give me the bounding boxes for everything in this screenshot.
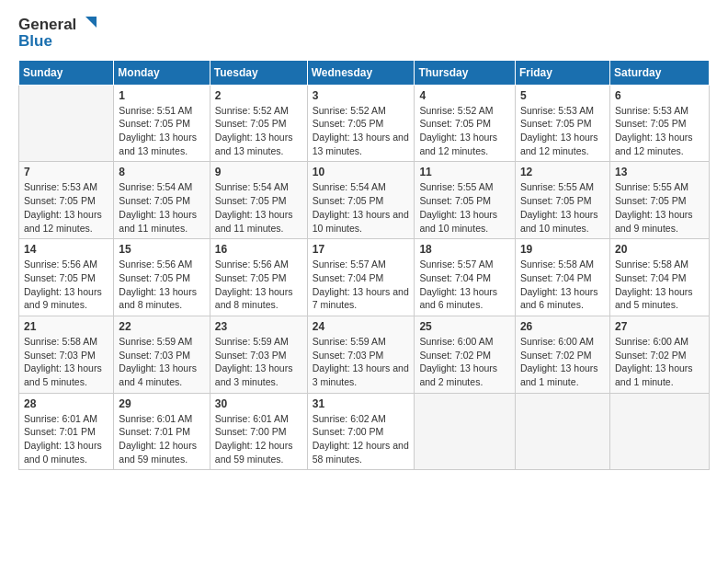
calendar-cell: 23 Sunrise: 5:59 AMSunset: 7:03 PMDaylig… xyxy=(210,316,307,393)
day-number: 19 xyxy=(520,243,605,256)
weekday-header: Thursday xyxy=(415,60,516,85)
calendar-cell xyxy=(415,393,516,470)
calendar-cell xyxy=(515,393,609,470)
day-info: Sunrise: 5:57 AMSunset: 7:04 PMDaylight:… xyxy=(313,258,410,312)
day-number: 3 xyxy=(313,89,410,102)
day-info: Sunrise: 5:51 AMSunset: 7:05 PMDaylight:… xyxy=(119,104,204,158)
day-info: Sunrise: 5:59 AMSunset: 7:03 PMDaylight:… xyxy=(215,335,302,389)
day-info: Sunrise: 6:01 AMSunset: 7:01 PMDaylight:… xyxy=(119,412,204,466)
day-number: 4 xyxy=(419,89,510,102)
page-header: General Blue xyxy=(18,15,710,51)
calendar-week-row: 7 Sunrise: 5:53 AMSunset: 7:05 PMDayligh… xyxy=(19,162,710,239)
calendar-cell: 19 Sunrise: 5:58 AMSunset: 7:04 PMDaylig… xyxy=(515,239,609,316)
day-number: 10 xyxy=(313,166,410,178)
weekday-header: Monday xyxy=(114,60,210,85)
calendar-week-row: 21 Sunrise: 5:58 AMSunset: 7:03 PMDaylig… xyxy=(19,316,710,393)
calendar-cell: 24 Sunrise: 5:59 AMSunset: 7:03 PMDaylig… xyxy=(307,316,415,393)
calendar-cell: 17 Sunrise: 5:57 AMSunset: 7:04 PMDaylig… xyxy=(307,239,415,316)
weekday-header: Wednesday xyxy=(307,60,415,85)
calendar-cell: 2 Sunrise: 5:52 AMSunset: 7:05 PMDayligh… xyxy=(210,85,307,162)
day-number: 29 xyxy=(119,397,204,410)
calendar-cell: 31 Sunrise: 6:02 AMSunset: 7:00 PMDaylig… xyxy=(307,393,415,470)
svg-marker-0 xyxy=(85,17,97,28)
day-number: 5 xyxy=(520,89,605,102)
calendar-week-row: 28 Sunrise: 6:01 AMSunset: 7:01 PMDaylig… xyxy=(19,393,710,470)
weekday-header: Friday xyxy=(515,60,609,85)
day-info: Sunrise: 6:01 AMSunset: 7:01 PMDaylight:… xyxy=(24,412,108,466)
calendar-cell: 28 Sunrise: 6:01 AMSunset: 7:01 PMDaylig… xyxy=(19,393,114,470)
day-number: 8 xyxy=(119,166,204,178)
day-info: Sunrise: 5:59 AMSunset: 7:03 PMDaylight:… xyxy=(313,335,410,389)
day-number: 6 xyxy=(615,89,704,102)
day-info: Sunrise: 5:58 AMSunset: 7:04 PMDaylight:… xyxy=(615,258,704,312)
logo-blue-text: Blue xyxy=(18,33,98,51)
day-info: Sunrise: 5:54 AMSunset: 7:05 PMDaylight:… xyxy=(119,180,204,235)
calendar-cell: 26 Sunrise: 6:00 AMSunset: 7:02 PMDaylig… xyxy=(515,316,609,393)
calendar-cell: 29 Sunrise: 6:01 AMSunset: 7:01 PMDaylig… xyxy=(114,393,210,470)
weekday-header-row: SundayMondayTuesdayWednesdayThursdayFrid… xyxy=(19,60,710,85)
day-info: Sunrise: 5:56 AMSunset: 7:05 PMDaylight:… xyxy=(119,258,204,312)
calendar-cell: 3 Sunrise: 5:52 AMSunset: 7:05 PMDayligh… xyxy=(307,85,415,162)
day-info: Sunrise: 6:01 AMSunset: 7:00 PMDaylight:… xyxy=(215,412,302,466)
calendar-cell xyxy=(609,393,709,470)
day-number: 7 xyxy=(24,166,108,178)
calendar-cell: 12 Sunrise: 5:55 AMSunset: 7:05 PMDaylig… xyxy=(515,162,609,239)
calendar-cell: 25 Sunrise: 6:00 AMSunset: 7:02 PMDaylig… xyxy=(415,316,516,393)
day-info: Sunrise: 5:53 AMSunset: 7:05 PMDaylight:… xyxy=(24,180,108,235)
day-info: Sunrise: 5:58 AMSunset: 7:03 PMDaylight:… xyxy=(24,335,108,389)
calendar-cell: 21 Sunrise: 5:58 AMSunset: 7:03 PMDaylig… xyxy=(19,316,114,393)
day-info: Sunrise: 5:54 AMSunset: 7:05 PMDaylight:… xyxy=(215,180,302,235)
calendar-cell: 11 Sunrise: 5:55 AMSunset: 7:05 PMDaylig… xyxy=(415,162,516,239)
day-info: Sunrise: 5:52 AMSunset: 7:05 PMDaylight:… xyxy=(215,104,302,158)
day-number: 14 xyxy=(24,243,108,256)
day-number: 28 xyxy=(24,397,108,410)
day-number: 13 xyxy=(615,166,704,178)
calendar-cell: 1 Sunrise: 5:51 AMSunset: 7:05 PMDayligh… xyxy=(114,85,210,162)
day-number: 9 xyxy=(215,166,302,178)
day-number: 31 xyxy=(313,397,410,410)
day-info: Sunrise: 5:53 AMSunset: 7:05 PMDaylight:… xyxy=(520,104,605,158)
day-number: 25 xyxy=(419,320,510,333)
day-info: Sunrise: 5:55 AMSunset: 7:05 PMDaylight:… xyxy=(419,180,510,235)
calendar-cell: 7 Sunrise: 5:53 AMSunset: 7:05 PMDayligh… xyxy=(19,162,114,239)
calendar-cell: 10 Sunrise: 5:54 AMSunset: 7:05 PMDaylig… xyxy=(307,162,415,239)
day-number: 21 xyxy=(24,320,108,333)
day-number: 12 xyxy=(520,166,605,178)
weekday-header: Sunday xyxy=(19,60,114,85)
day-number: 17 xyxy=(313,243,410,256)
day-number: 23 xyxy=(215,320,302,333)
day-number: 1 xyxy=(119,89,204,102)
day-info: Sunrise: 5:55 AMSunset: 7:05 PMDaylight:… xyxy=(520,180,605,235)
day-number: 27 xyxy=(615,320,704,333)
calendar-cell xyxy=(19,85,114,162)
day-info: Sunrise: 6:02 AMSunset: 7:00 PMDaylight:… xyxy=(313,412,410,466)
day-info: Sunrise: 5:53 AMSunset: 7:05 PMDaylight:… xyxy=(615,104,704,158)
calendar-cell: 15 Sunrise: 5:56 AMSunset: 7:05 PMDaylig… xyxy=(114,239,210,316)
day-info: Sunrise: 6:00 AMSunset: 7:02 PMDaylight:… xyxy=(419,335,510,389)
weekday-header: Tuesday xyxy=(210,60,307,85)
calendar-cell: 27 Sunrise: 6:00 AMSunset: 7:02 PMDaylig… xyxy=(609,316,709,393)
day-info: Sunrise: 5:59 AMSunset: 7:03 PMDaylight:… xyxy=(119,335,204,389)
day-info: Sunrise: 6:00 AMSunset: 7:02 PMDaylight:… xyxy=(615,335,704,389)
calendar-cell: 4 Sunrise: 5:52 AMSunset: 7:05 PMDayligh… xyxy=(415,85,516,162)
day-info: Sunrise: 5:57 AMSunset: 7:04 PMDaylight:… xyxy=(419,258,510,312)
day-number: 11 xyxy=(419,166,510,178)
calendar-cell: 30 Sunrise: 6:01 AMSunset: 7:00 PMDaylig… xyxy=(210,393,307,470)
day-number: 22 xyxy=(119,320,204,333)
weekday-header: Saturday xyxy=(609,60,709,85)
logo: General Blue xyxy=(18,15,98,51)
day-info: Sunrise: 5:55 AMSunset: 7:05 PMDaylight:… xyxy=(615,180,704,235)
day-number: 30 xyxy=(215,397,302,410)
day-number: 18 xyxy=(419,243,510,256)
day-info: Sunrise: 5:52 AMSunset: 7:05 PMDaylight:… xyxy=(313,104,410,158)
calendar-cell: 9 Sunrise: 5:54 AMSunset: 7:05 PMDayligh… xyxy=(210,162,307,239)
day-info: Sunrise: 6:00 AMSunset: 7:02 PMDaylight:… xyxy=(520,335,605,389)
day-info: Sunrise: 5:52 AMSunset: 7:05 PMDaylight:… xyxy=(419,104,510,158)
calendar-cell: 18 Sunrise: 5:57 AMSunset: 7:04 PMDaylig… xyxy=(415,239,516,316)
calendar-cell: 20 Sunrise: 5:58 AMSunset: 7:04 PMDaylig… xyxy=(609,239,709,316)
day-info: Sunrise: 5:54 AMSunset: 7:05 PMDaylight:… xyxy=(313,180,410,235)
calendar-cell: 22 Sunrise: 5:59 AMSunset: 7:03 PMDaylig… xyxy=(114,316,210,393)
calendar-cell: 6 Sunrise: 5:53 AMSunset: 7:05 PMDayligh… xyxy=(609,85,709,162)
day-number: 26 xyxy=(520,320,605,333)
calendar-cell: 13 Sunrise: 5:55 AMSunset: 7:05 PMDaylig… xyxy=(609,162,709,239)
